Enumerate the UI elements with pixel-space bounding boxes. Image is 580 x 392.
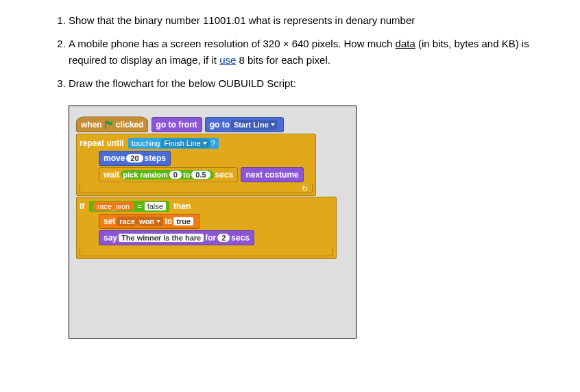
block-next-costume: next costume bbox=[241, 167, 303, 182]
dropdown-start-line: Start Line bbox=[231, 120, 278, 130]
dropdown-finish-line: Finish Line bbox=[161, 138, 209, 148]
block-move-steps: move 20 steps bbox=[99, 151, 171, 166]
block-set-variable: set race_won to true bbox=[99, 214, 200, 229]
question-1: Show that the binary number 11001.01 wha… bbox=[69, 12, 553, 29]
question-2: A mobile phone has a screen resolution o… bbox=[69, 36, 553, 69]
loop-arrow-icon: ↻ bbox=[302, 184, 308, 193]
variable-race-won: race_won bbox=[93, 201, 135, 211]
oubuild-script-image: when clicked go to front go to Start Lin… bbox=[69, 106, 357, 339]
block-go-to-start-line: go to Start Line bbox=[205, 117, 284, 132]
block-touching: touching Finish Line ? bbox=[128, 138, 219, 149]
block-wait: wait pick random 0 to 0.5 secs bbox=[99, 167, 238, 182]
block-say-for-secs: say The winner is the hare for 2 secs bbox=[99, 230, 254, 245]
block-pick-random: pick random 0 to 0.5 bbox=[121, 170, 213, 180]
block-go-to-front: go to front bbox=[152, 117, 202, 132]
question-list: Show that the binary number 11001.01 wha… bbox=[27, 12, 553, 92]
block-equals: race_won = false bbox=[89, 201, 169, 212]
green-flag-icon bbox=[104, 120, 114, 130]
block-repeat-until: repeat until touching Finish Line ? move… bbox=[76, 134, 316, 196]
dropdown-race-won: race_won bbox=[117, 217, 163, 226]
block-when-flag-clicked: when clicked bbox=[76, 117, 148, 132]
block-if: if race_won = false then set race_won to… bbox=[76, 197, 337, 259]
question-3: Draw the flowchart for the below OUBUILD… bbox=[69, 75, 553, 92]
